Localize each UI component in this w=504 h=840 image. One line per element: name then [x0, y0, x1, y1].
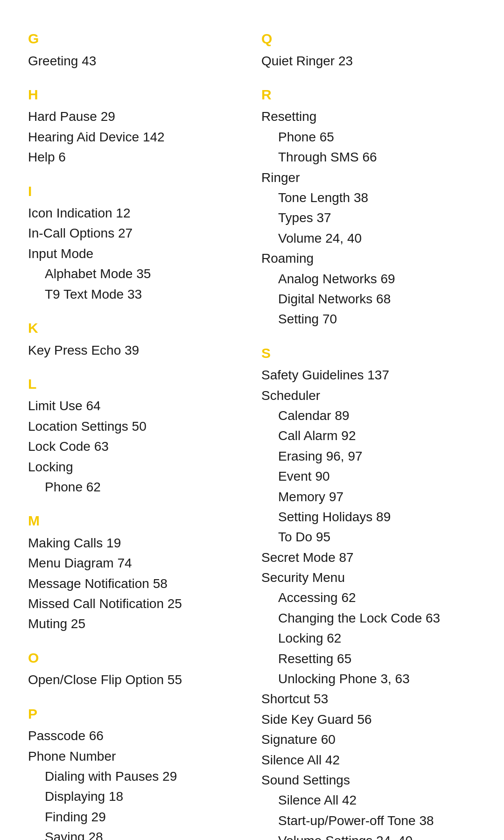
- index-entry: Making Calls 19: [28, 533, 243, 553]
- index-entry: Limit Use 64: [28, 396, 243, 416]
- index-entry: Silence All 42: [261, 750, 476, 770]
- section-letter-q: Q: [261, 28, 476, 50]
- section-letter-m: M: [28, 510, 243, 532]
- index-entry: Safety Guidelines 137: [261, 365, 476, 385]
- section-letter-g: G: [28, 28, 243, 50]
- index-entry: Through SMS 66: [261, 147, 476, 167]
- index-entry: Missed Call Notification 25: [28, 594, 243, 614]
- index-entry: Phone 65: [261, 127, 476, 147]
- index-entry: Setting 70: [261, 309, 476, 329]
- index-entry: To Do 95: [261, 527, 476, 547]
- index-entry: Event 90: [261, 466, 476, 486]
- index-entry: Resetting: [261, 106, 476, 126]
- index-entry: Scheduler: [261, 385, 476, 406]
- index-entry: Roaming: [261, 248, 476, 268]
- index-entry: Displaying 18: [28, 786, 243, 806]
- index-entry: Input Mode: [28, 244, 243, 264]
- index-entry: Types 37: [261, 208, 476, 228]
- index-entry: Setting Holidays 89: [261, 507, 476, 527]
- index-entry: Calendar 89: [261, 406, 476, 426]
- index-entry: Call Alarm 92: [261, 426, 476, 446]
- index-entry: Silence All 42: [261, 790, 476, 810]
- index-entry: Side Key Guard 56: [261, 709, 476, 729]
- index-entry: Locking 62: [261, 628, 476, 648]
- section-letter-o: O: [28, 647, 243, 669]
- index-entry: Security Menu: [261, 567, 476, 588]
- right-column: QQuiet Ringer 23RResettingPhone 65Throug…: [261, 28, 476, 840]
- index-entry: Open/Close Flip Option 55: [28, 670, 243, 690]
- index-entry: Analog Networks 69: [261, 269, 476, 289]
- index-entry: Volume 24, 40: [261, 228, 476, 248]
- left-column: GGreeting 43HHard Pause 29Hearing Aid De…: [28, 28, 243, 840]
- index-entry: Key Press Echo 39: [28, 340, 243, 360]
- index-entry: Icon Indication 12: [28, 203, 243, 223]
- section-letter-h: H: [28, 84, 243, 106]
- index-entry: Signature 60: [261, 729, 476, 749]
- index-entry: Phone 62: [28, 477, 243, 497]
- section-letter-p: P: [28, 703, 243, 725]
- index-entry: Finding 29: [28, 807, 243, 827]
- section-letter-i: I: [28, 181, 243, 203]
- section-letter-s: S: [261, 343, 476, 364]
- index-entry: Message Notification 58: [28, 574, 243, 594]
- section-letter-r: R: [261, 84, 476, 106]
- index-entry: Shortcut 53: [261, 689, 476, 709]
- index-entry: Lock Code 63: [28, 436, 243, 456]
- index-entry: Accessing 62: [261, 588, 476, 608]
- section-letter-l: L: [28, 373, 243, 395]
- index-entry: Saving 28: [28, 827, 243, 840]
- index-entry: Sound Settings: [261, 770, 476, 790]
- index-entry: In-Call Options 27: [28, 223, 243, 243]
- index-entry: Digital Networks 68: [261, 289, 476, 309]
- index-entry: Erasing 96, 97: [261, 446, 476, 466]
- index-entry: Quiet Ringer 23: [261, 51, 476, 71]
- index-entry: Passcode 66: [28, 726, 243, 746]
- index-entry: Greeting 43: [28, 51, 243, 71]
- index-entry: T9 Text Mode 33: [28, 284, 243, 304]
- index-entry: Resetting 65: [261, 649, 476, 669]
- index-entry: Hard Pause 29: [28, 106, 243, 126]
- index-entry: Changing the Lock Code 63: [261, 608, 476, 628]
- index-entry: Location Settings 50: [28, 416, 243, 436]
- index-entry: Phone Number: [28, 746, 243, 766]
- index-entry: Alphabet Mode 35: [28, 264, 243, 284]
- index-entry: Hearing Aid Device 142: [28, 127, 243, 147]
- index-entry: Memory 97: [261, 487, 476, 507]
- index-entry: Secret Mode 87: [261, 547, 476, 567]
- index-entry: Volume Settings 24, 40: [261, 831, 476, 840]
- index-entry: Ringer: [261, 168, 476, 188]
- section-letter-k: K: [28, 317, 243, 339]
- index-entry: Unlocking Phone 3, 63: [261, 669, 476, 689]
- index-entry: Help 6: [28, 147, 243, 167]
- index-entry: Muting 25: [28, 614, 243, 634]
- index-entry: Locking: [28, 457, 243, 477]
- page-content: GGreeting 43HHard Pause 29Hearing Aid De…: [28, 28, 476, 840]
- index-entry: Start-up/Power-off Tone 38: [261, 811, 476, 831]
- index-entry: Tone Length 38: [261, 188, 476, 208]
- index-entry: Menu Diagram 74: [28, 553, 243, 573]
- index-entry: Dialing with Pauses 29: [28, 766, 243, 786]
